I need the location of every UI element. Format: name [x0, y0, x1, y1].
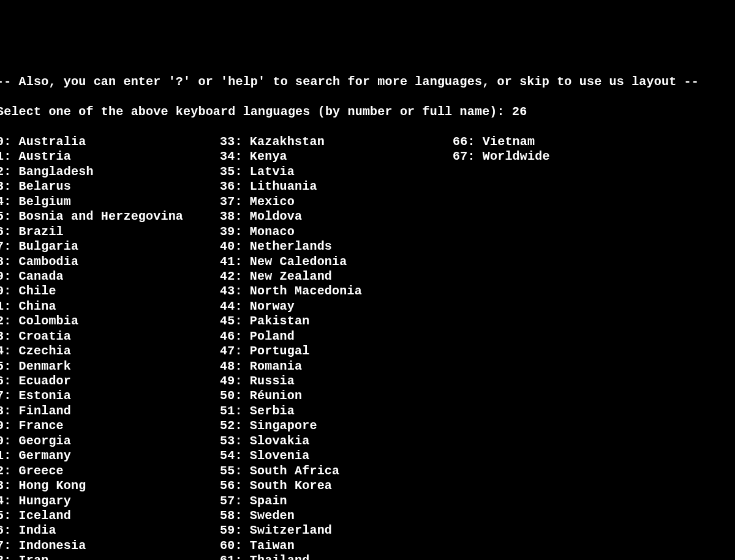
region-item: 48: Romania	[220, 359, 453, 374]
region-row: 7: Indonesia 60: Taiwan	[0, 539, 731, 553]
region-item: 3: Hong Kong	[0, 479, 220, 493]
region-row: 5: Bosnia and Herzegovina 38: Moldova	[0, 209, 731, 224]
region-item: 9: France	[0, 419, 220, 433]
region-list: 0: Australia 33: Kazakhstan 66: Vietnam1…	[0, 135, 731, 560]
region-row: 7: Bulgaria 40: Netherlands	[0, 239, 731, 254]
region-row: 0: Chile 43: North Macedonia	[0, 284, 731, 299]
keyboard-prompt-line: Select one of the above keyboard languag…	[0, 105, 731, 119]
region-item: 7: Estonia	[0, 389, 220, 403]
region-item: 55: South Africa	[220, 464, 453, 479]
region-row: 1: Germany 54: Slovenia	[0, 449, 731, 463]
region-row: 2: Bangladesh 35: Latvia	[0, 165, 731, 179]
region-item: 3: Croatia	[0, 329, 220, 344]
region-row: 8: Cambodia 41: New Caledonia	[0, 255, 731, 269]
region-item: 60: Taiwan	[220, 539, 453, 553]
region-item: 7: Bulgaria	[0, 239, 220, 254]
region-item: 8: Iran	[0, 553, 220, 560]
keyboard-input-value[interactable]: 26	[512, 105, 527, 119]
region-row: 4: Belgium 37: Mexico	[0, 195, 731, 209]
region-row: 1: China 44: Norway	[0, 299, 731, 314]
region-item: 61: Thailand	[220, 553, 453, 560]
region-item: 39: Monaco	[220, 225, 453, 239]
region-item: 47: Portugal	[220, 344, 453, 359]
region-item: 5: Denmark	[0, 359, 220, 374]
region-item: 0: Georgia	[0, 434, 220, 449]
region-item: 50: Réunion	[220, 389, 453, 403]
region-row: 2: Colombia 45: Pakistan	[0, 314, 731, 329]
region-item: 45: Pakistan	[220, 314, 453, 329]
region-row: 9: Canada 42: New Zealand	[0, 269, 731, 284]
region-row: 6: Brazil 39: Monaco	[0, 225, 731, 239]
region-item: 54: Slovenia	[220, 449, 453, 463]
region-row: 6: India 59: Switzerland	[0, 523, 731, 538]
region-row: 5: Denmark 48: Romania	[0, 359, 731, 374]
region-item: 43: North Macedonia	[220, 284, 453, 299]
help-hint-line: -- Also, you can enter '?' or 'help' to …	[0, 75, 731, 89]
region-item: 37: Mexico	[220, 195, 453, 209]
region-item: 2: Colombia	[0, 314, 220, 329]
region-item: 58: Sweden	[220, 509, 453, 523]
region-item: 42: New Zealand	[220, 269, 453, 284]
region-item: 52: Singapore	[220, 419, 453, 433]
region-item: 40: Netherlands	[220, 239, 453, 254]
region-item: 3: Belarus	[0, 179, 220, 194]
region-item: 4: Belgium	[0, 195, 220, 209]
region-item: 0: Australia	[0, 135, 220, 149]
terminal-screen: -- Also, you can enter '?' or 'help' to …	[0, 60, 731, 560]
region-item: 2: Bangladesh	[0, 165, 220, 179]
region-item: 51: Serbia	[220, 404, 453, 419]
region-item: 8: Finland	[0, 404, 220, 419]
region-row: 5: Iceland 58: Sweden	[0, 509, 731, 523]
region-item: 53: Slovakia	[220, 434, 453, 449]
region-row: 4: Hungary 57: Spain	[0, 494, 731, 509]
region-row: 3: Belarus 36: Lithuania	[0, 179, 731, 194]
region-item: 66: Vietnam	[453, 135, 698, 149]
keyboard-prompt-text: Select one of the above keyboard languag…	[0, 105, 512, 119]
region-item: 59: Switzerland	[220, 523, 453, 538]
region-item: 5: Iceland	[0, 509, 220, 523]
region-row: 6: Ecuador 49: Russia	[0, 374, 731, 389]
region-item: 9: Canada	[0, 269, 220, 284]
region-item: 1: Germany	[0, 449, 220, 463]
region-item: 33: Kazakhstan	[220, 135, 453, 149]
region-item: 4: Czechia	[0, 344, 220, 359]
region-item: 4: Hungary	[0, 494, 220, 509]
region-item: 56: South Korea	[220, 479, 453, 493]
region-item: 5: Bosnia and Herzegovina	[0, 209, 220, 224]
region-item: 34: Kenya	[220, 149, 453, 164]
region-item: 36: Lithuania	[220, 179, 453, 194]
region-row: 2: Greece 55: South Africa	[0, 464, 731, 479]
region-row: 3: Croatia 46: Poland	[0, 329, 731, 344]
region-row: 8: Finland 51: Serbia	[0, 404, 731, 419]
region-row: 3: Hong Kong 56: South Korea	[0, 479, 731, 493]
region-row: 7: Estonia 50: Réunion	[0, 389, 731, 403]
region-item: 67: Worldwide	[453, 149, 698, 164]
region-row: 8: Iran 61: Thailand	[0, 553, 731, 560]
region-item: 57: Spain	[220, 494, 453, 509]
region-item: 35: Latvia	[220, 165, 453, 179]
region-item: 0: Chile	[0, 284, 220, 299]
region-item: 7: Indonesia	[0, 539, 220, 553]
region-item: 41: New Caledonia	[220, 255, 453, 269]
region-row: 9: France 52: Singapore	[0, 419, 731, 433]
region-item: 8: Cambodia	[0, 255, 220, 269]
region-item: 49: Russia	[220, 374, 453, 389]
region-row: 0: Australia 33: Kazakhstan 66: Vietnam	[0, 135, 731, 149]
region-item: 1: Austria	[0, 149, 220, 164]
region-item: 1: China	[0, 299, 220, 314]
region-item: 38: Moldova	[220, 209, 453, 224]
region-item: 46: Poland	[220, 329, 453, 344]
region-row: 0: Georgia 53: Slovakia	[0, 434, 731, 449]
region-row: 4: Czechia 47: Portugal	[0, 344, 731, 359]
region-item: 6: Brazil	[0, 225, 220, 239]
region-row: 1: Austria 34: Kenya 67: Worldwide	[0, 149, 731, 164]
region-item: 6: India	[0, 523, 220, 538]
region-item: 44: Norway	[220, 299, 453, 314]
region-item: 2: Greece	[0, 464, 220, 479]
region-item: 6: Ecuador	[0, 374, 220, 389]
